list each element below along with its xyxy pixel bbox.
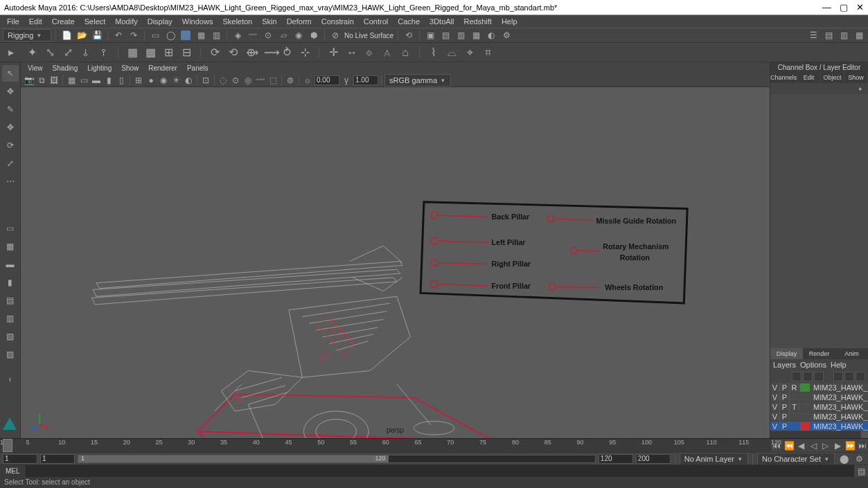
panel-toggle-3-icon[interactable]: ▥ — [838, 29, 850, 42]
four-pane-icon[interactable]: ▦ — [2, 238, 19, 255]
menu-windows[interactable]: Windows — [178, 17, 218, 26]
play-back-icon[interactable]: ◁ — [808, 440, 819, 451]
range-start-inner[interactable] — [40, 454, 75, 464]
vp-film-gate-icon[interactable]: ▭ — [78, 75, 89, 86]
layer-playback-toggle[interactable]: P — [780, 412, 790, 422]
layer-playback-toggle[interactable]: P — [780, 422, 790, 431]
paint-weights-icon[interactable]: ⊟ — [178, 44, 195, 61]
shelf-tab-icon[interactable]: ▸ — [3, 44, 19, 61]
vp-lights-icon[interactable]: ☀ — [170, 75, 181, 86]
vp-isolate-icon[interactable]: ⊡ — [200, 75, 211, 86]
control-icon[interactable]: ⌗ — [479, 44, 496, 61]
menu-edit[interactable]: Edit — [25, 17, 46, 26]
layer-row[interactable]: VPMIM23_HAWK_Light_G — [770, 412, 868, 422]
vp-select-camera-icon[interactable]: 📷 — [24, 75, 35, 86]
lasso-select-icon[interactable]: ◯ — [164, 29, 177, 42]
layer-color-swatch[interactable] — [800, 413, 810, 421]
select-mode-icon[interactable]: ▭ — [149, 29, 161, 42]
step-back-icon[interactable]: ◀ — [796, 440, 807, 451]
joint-tool-icon[interactable]: ✦ — [24, 44, 40, 61]
vp-aa-icon[interactable]: ⬚ — [267, 75, 278, 86]
timeline-ruler[interactable]: 1510152025303540455055606570758085909510… — [0, 439, 771, 452]
open-scene-icon[interactable]: 📂 — [76, 29, 88, 42]
character-set-dropdown[interactable]: No Character Set — [757, 453, 835, 465]
last-tool-icon[interactable]: ⋯ — [2, 173, 19, 190]
menu-file[interactable]: File — [3, 17, 24, 26]
layer-color-swatch[interactable] — [800, 393, 810, 401]
menu-create[interactable]: Create — [48, 17, 79, 26]
close-button[interactable]: ✕ — [856, 2, 864, 12]
vp-resolution-gate-icon[interactable]: ▬ — [91, 75, 102, 86]
vp-textured-icon[interactable]: ◉ — [158, 75, 169, 86]
rigid-bind-icon[interactable]: ▩ — [142, 44, 159, 61]
rotate-tool-icon[interactable]: ⟳ — [2, 137, 19, 154]
snap-plane-icon[interactable]: ▱ — [277, 29, 290, 42]
step-fwd-icon[interactable]: ▶ — [833, 440, 844, 451]
current-frame-marker[interactable] — [3, 439, 12, 452]
layer-row[interactable]: VPMIM23_HAWK_Light_G — [770, 392, 868, 402]
new-layer-icon[interactable] — [814, 372, 824, 381]
time-slider[interactable]: 1510152025303540455055606570758085909510… — [0, 438, 868, 452]
select-mask-icon[interactable]: ▦ — [195, 29, 207, 42]
minimize-button[interactable]: — — [822, 2, 831, 12]
vp-wireframe-icon[interactable]: ⊞ — [133, 75, 144, 86]
constraint-aim-icon[interactable]: ↔ — [343, 44, 360, 61]
layer-visible-toggle[interactable]: V — [770, 392, 780, 402]
mode-selector[interactable]: Rigging — [3, 29, 51, 42]
mirror-joint-icon[interactable]: ⫯ — [96, 44, 112, 61]
layer-scrollbar[interactable] — [861, 431, 868, 438]
anim-tab[interactable]: Anim — [835, 348, 868, 359]
menu-modify[interactable]: Modify — [111, 17, 141, 26]
smooth-bind-icon[interactable]: ▦ — [124, 44, 141, 61]
select-mask2-icon[interactable]: ▥ — [210, 29, 222, 42]
menu-skin[interactable]: Skin — [258, 17, 281, 26]
range-slider[interactable]: 1 120 — [78, 455, 596, 463]
constraint-parent-icon[interactable]: ⌂ — [397, 44, 414, 61]
menu-select[interactable]: Select — [80, 17, 110, 26]
layer-playback-toggle[interactable]: P — [780, 402, 790, 412]
constraint-point-icon[interactable]: ✛ — [325, 44, 342, 61]
lasso-tool-icon[interactable]: ✥ — [2, 83, 19, 100]
range-start-outer[interactable] — [3, 454, 37, 464]
hypershade-icon[interactable]: ◐ — [485, 29, 497, 42]
view-menu-lighting[interactable]: Lighting — [83, 64, 116, 72]
view-menu-shading[interactable]: Shading — [48, 64, 82, 72]
scale-tool-icon[interactable]: ⤢ — [2, 155, 19, 172]
wrap-icon[interactable]: ⥁ — [278, 44, 295, 61]
snap-point-icon[interactable]: ⊙ — [262, 29, 274, 42]
options-menu[interactable]: Options — [800, 361, 826, 369]
live-surface-toggle[interactable]: ⊘ — [329, 29, 342, 42]
panel-toggle-2-icon[interactable]: ▤ — [822, 29, 835, 42]
script-editor-icon[interactable]: ▤ — [854, 465, 868, 478]
snap-grid-icon[interactable]: ◈ — [231, 29, 244, 42]
human-ik-icon[interactable]: ⟲ — [224, 44, 241, 61]
menu-constrain[interactable]: Constrain — [317, 17, 358, 26]
outliner-layout-icon[interactable]: ▤ — [2, 292, 19, 309]
menu-3dtoall[interactable]: 3DtoAll — [425, 17, 458, 26]
menu-cache[interactable]: Cache — [393, 17, 424, 26]
object-tab[interactable]: Object — [821, 72, 844, 83]
layer-color-swatch[interactable] — [800, 422, 810, 431]
vp-motion-blur-icon[interactable]: 〰 — [255, 75, 266, 86]
autokey-icon[interactable]: ⬤ — [838, 453, 850, 465]
move-layer-down-icon[interactable] — [803, 372, 813, 381]
vp-shadows-icon[interactable]: ◐ — [183, 75, 194, 86]
step-back-key-icon[interactable]: ⏪ — [783, 440, 795, 451]
constraint-orient-icon[interactable]: ⟐ — [361, 44, 378, 61]
paint-select-tool-icon[interactable]: ✎ — [2, 101, 19, 118]
render-view-icon[interactable]: ▦ — [470, 29, 482, 42]
insert-joint-icon[interactable]: ⫰ — [78, 44, 94, 61]
vp-ao-icon[interactable]: ◎ — [242, 75, 254, 86]
custom-layout-icon[interactable]: ▨ — [2, 346, 19, 363]
view-menu-panels[interactable]: Panels — [183, 64, 213, 72]
step-fwd-key-icon[interactable]: ⏩ — [845, 440, 856, 451]
two-pane-h-icon[interactable]: ▬ — [2, 256, 19, 273]
layer-type-toggle[interactable]: T — [790, 402, 799, 412]
vp-gamma-icon[interactable]: γ — [341, 75, 352, 86]
render-globals-icon[interactable]: ⚙ — [500, 29, 513, 42]
vp-shaded-icon[interactable]: ● — [145, 75, 157, 86]
prefs-icon[interactable]: ⚙ — [853, 453, 865, 465]
quick-rig-icon[interactable]: ⟳ — [206, 44, 223, 61]
range-end-outer[interactable] — [636, 454, 671, 464]
render-settings-icon[interactable]: ▥ — [454, 29, 467, 42]
